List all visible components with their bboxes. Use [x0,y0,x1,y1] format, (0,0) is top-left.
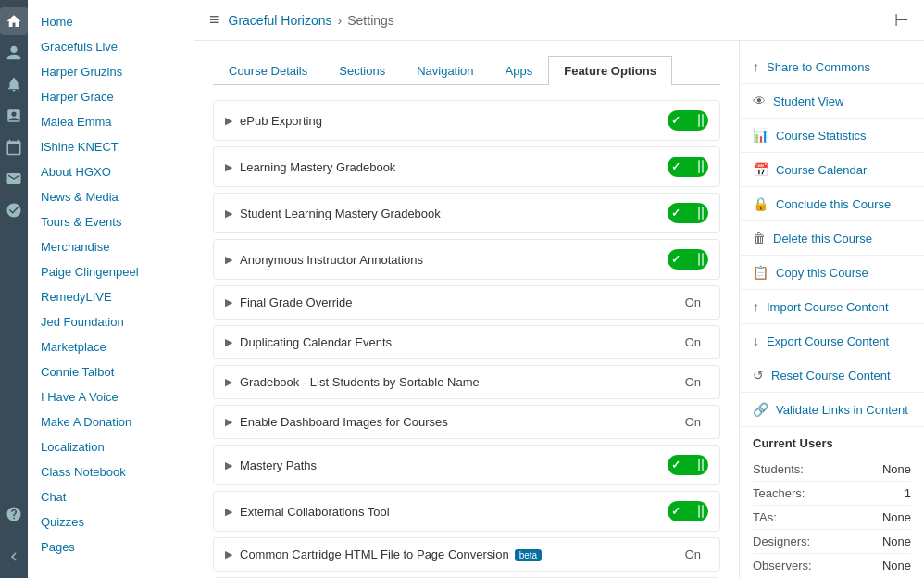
feature-row[interactable]: ▶Mastery Paths✓ [214,446,719,484]
current-users-section: Current Users Students:NoneTeachers:1TAs… [740,427,924,578]
feature-row[interactable]: ▶Final Grade OverrideOn [214,286,719,319]
menu-button[interactable]: ≡ [209,10,219,30]
tab-apps[interactable]: Apps [490,56,549,85]
share-to-commons-label: Share to Commons [767,60,870,74]
breadcrumb-separator: › [338,13,343,28]
home-nav-icon[interactable] [0,7,28,35]
reset-course-icon: ↺ [753,368,764,383]
sidebar-link-merchandise[interactable]: Merchandise [28,234,194,259]
sidebar-link-remedylive[interactable]: RemedyLIVE [28,284,194,309]
feature-name-label: Student Learning Mastery Gradebook [240,207,668,220]
feature-toggle[interactable]: ✓ [668,110,708,131]
feature-status-label: On [685,415,701,429]
import-course[interactable]: ↑Import Course Content [740,290,924,324]
sidebar-link-jed-foundation[interactable]: Jed Foundation [28,309,194,334]
feature-item: ▶Student Learning Mastery Gradebook✓ [213,193,720,233]
breadcrumb-course-link[interactable]: Graceful Horizons [229,13,332,28]
sidebar-link-make-a-donation[interactable]: Make A Donation [28,409,194,434]
sidebar-link-paige-clingenpeel[interactable]: Paige Clingenpeel [28,259,194,284]
conclude-course[interactable]: 🔒Conclude this Course [740,187,924,221]
reset-course[interactable]: ↺Reset Course Content [740,358,924,393]
feature-row[interactable]: ▶Common Cartridge HTML File to Page Conv… [214,538,719,571]
tab-feature-options[interactable]: Feature Options [548,56,672,85]
feature-row[interactable]: ▶Student Learning Mastery Gradebook✓ [214,194,719,232]
feature-name-label: Final Grade Override [240,295,685,309]
sidebar: HomeGracefuls LiveHarper GruzinsHarper G… [28,0,194,578]
feature-name-label: ePub Exporting [240,114,668,128]
feature-row[interactable]: ▶Anonymous Instructor Annotations✓ [214,240,719,279]
copy-course[interactable]: 📋Copy this Course [740,256,924,290]
feature-name-label: Anonymous Instructor Annotations [240,253,668,267]
feature-row[interactable]: ▶Gradebook - List Students by Sortable N… [214,366,719,398]
copy-course-icon: 📋 [753,265,768,280]
feature-name-label: Common Cartridge HTML File to Page Conve… [240,547,685,561]
sidebar-link-pages[interactable]: Pages [28,534,194,559]
right-panel: ↑Share to Commons👁Student View📊Course St… [739,41,924,578]
feature-toggle[interactable]: ✓ [668,249,708,270]
feature-row[interactable]: ▶ePub Exporting✓ [214,101,719,140]
inbox-nav-icon[interactable] [0,165,28,193]
sidebar-link-i-have-a-voice[interactable]: I Have A Voice [28,384,194,409]
users-count-value: None [882,510,911,524]
feature-expand-arrow: ▶ [225,506,232,518]
content-area: Course Details Sections Navigation Apps … [194,41,924,578]
feature-toggle[interactable]: ✓ [668,157,708,177]
feature-name-label: External Collaborations Tool [240,505,668,519]
course-statistics-icon: 📊 [753,128,768,143]
course-calendar[interactable]: 📅Course Calendar [740,153,924,187]
feature-item: ▶Anonymous Instructor Annotations✓ [213,239,720,280]
sidebar-link-chat[interactable]: Chat [28,484,194,509]
share-to-commons[interactable]: ↑Share to Commons [740,50,924,84]
feature-toggle[interactable]: ✓ [668,455,708,475]
validate-links-label: Validate Links in Content [776,403,908,417]
reset-course-label: Reset Course Content [771,369,891,383]
current-users-row: Observers:None [753,554,911,577]
validate-links[interactable]: 🔗Validate Links in Content [740,393,924,427]
beta-badge: beta [515,549,542,561]
tab-course-details[interactable]: Course Details [213,56,323,85]
sidebar-link-about-hgxo[interactable]: About HGXO [28,159,194,184]
sidebar-link-news-&-media[interactable]: News & Media [28,184,194,209]
sidebar-link-quizzes[interactable]: Quizzes [28,509,194,534]
delete-course[interactable]: 🗑Delete this Course [740,221,924,256]
feature-row[interactable]: ▶Duplicating Calendar EventsOn [214,326,719,358]
student-view[interactable]: 👁Student View [740,84,924,119]
course-statistics[interactable]: 📊Course Statistics [740,119,924,153]
feature-row[interactable]: ▶Enable Dashboard Images for CoursesOn [214,406,719,438]
feature-toggle[interactable]: ✓ [668,203,708,223]
sidebar-link-harper-grace[interactable]: Harper Grace [28,84,194,109]
sidebar-link-ishine-knect[interactable]: iShine KNECT [28,134,194,159]
account-nav-icon[interactable] [0,39,28,67]
export-course[interactable]: ↓Export Course Content [740,324,924,358]
commons-nav-icon[interactable] [0,196,28,224]
feature-toggle[interactable]: ✓ [668,501,708,521]
feature-status-label: On [685,547,701,561]
topbar: ≡ Graceful Horizons › Settings ⊢ [194,0,924,41]
sidebar-link-harper-gruzins[interactable]: Harper Gruzins [28,59,194,84]
sidebar-link-home[interactable]: Home [28,9,194,34]
tab-sections[interactable]: Sections [323,56,401,85]
collapse-button[interactable]: ⊢ [894,10,909,31]
alerts-nav-icon[interactable] [0,70,28,98]
calendar-nav-icon[interactable] [0,133,28,161]
feature-item: ▶Final Grade OverrideOn [213,285,720,320]
conclude-course-icon: 🔒 [753,196,768,211]
collapse-nav-icon[interactable] [0,543,28,571]
conclude-course-label: Conclude this Course [776,197,891,211]
sidebar-link-localization[interactable]: Localization [28,434,194,459]
feature-row[interactable]: ▶External Collaborations Tool✓ [214,492,719,531]
feature-item: ▶External Collaborations Tool✓ [213,491,720,532]
delete-course-icon: 🗑 [753,231,766,245]
sidebar-link-connie-talbot[interactable]: Connie Talbot [28,359,194,384]
courses-nav-icon[interactable] [0,102,28,130]
help-nav-icon[interactable] [0,500,28,528]
tab-navigation[interactable]: Navigation [401,56,489,85]
sidebar-link-tours-&-events[interactable]: Tours & Events [28,209,194,234]
sidebar-link-marketplace[interactable]: Marketplace [28,334,194,359]
sidebar-link-class-notebook[interactable]: Class Notebook [28,459,194,484]
feature-row[interactable]: ▶Learning Mastery Gradebook✓ [214,147,719,186]
sidebar-link-gracefuls-live[interactable]: Gracefuls Live [28,34,194,59]
sidebar-link-malea-emma[interactable]: Malea Emma [28,109,194,134]
feature-item: ▶Enable Dashboard Images for CoursesOn [213,405,720,439]
import-course-label: Import Course Content [767,300,889,314]
